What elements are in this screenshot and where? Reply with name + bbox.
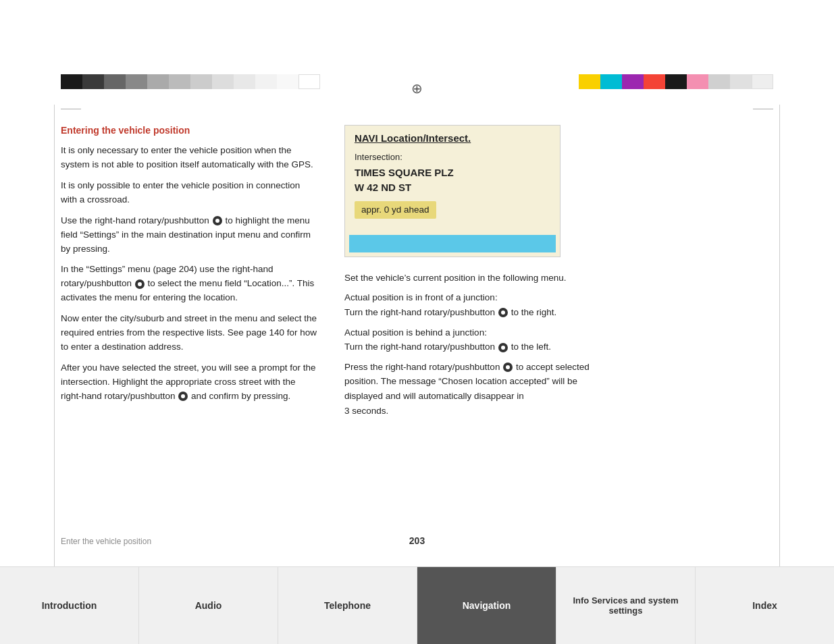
left-column: Entering the vehicle position It is only… (61, 125, 317, 539)
right-para-2: Actual position is in front of a junctio… (344, 290, 601, 319)
rotary-icon-5 (498, 343, 508, 352)
paragraph-5: Now enter the city/suburb and street in … (61, 312, 317, 354)
bottom-nav: Introduction Audio Telephone Navigation … (0, 566, 834, 644)
navi-approx: appr. 0 yd ahead (355, 201, 436, 219)
navi-body: Intersection: TIMES SQUARE PLZ W 42 ND S… (345, 148, 560, 231)
right-para-1: Set the vehicle’s current position in th… (344, 271, 601, 286)
paragraph-4: In the “Settings” menu (page 204) use th… (61, 263, 317, 305)
rotary-icon-4 (498, 308, 508, 317)
tab-info-services[interactable]: Info Services and system settings (556, 567, 696, 644)
crosshair-top: ⊕ (410, 81, 425, 96)
color-bar-right (579, 74, 773, 89)
navi-street1: TIMES SQUARE PLZ (355, 165, 550, 181)
navi-title: NAVI Location/Intersect. (345, 126, 560, 148)
paragraph-2: It is only possible to enter the vehicle… (61, 179, 317, 207)
paragraph-6: After you have selected the street, you … (61, 361, 317, 404)
page-number: 203 (409, 535, 425, 546)
vline-left (54, 105, 55, 566)
right-text: Set the vehicle’s current position in th… (344, 271, 601, 418)
tab-navigation[interactable]: Navigation (417, 567, 556, 644)
tab-introduction[interactable]: Introduction (0, 567, 139, 644)
paragraph-1: It is only necessary to enter the vehicl… (61, 144, 317, 172)
vline-right (779, 105, 780, 566)
rotary-icon-3 (178, 392, 188, 401)
tab-audio[interactable]: Audio (139, 567, 278, 644)
rotary-icon-6 (503, 363, 513, 372)
section-title: Entering the vehicle position (61, 125, 317, 136)
right-para-3: Actual position is behind a junction: Tu… (344, 325, 601, 354)
hline-top-right (753, 109, 773, 109)
right-para-4: Press the right-hand rotary/pushbutton t… (344, 360, 601, 418)
bottom-label: Enter the vehicle position (61, 537, 151, 546)
tab-index[interactable]: Index (696, 567, 834, 644)
tab-telephone[interactable]: Telephone (278, 567, 417, 644)
rotary-icon-1 (213, 216, 222, 225)
navi-label: Intersection: (355, 151, 550, 164)
main-content: Entering the vehicle position It is only… (61, 125, 773, 539)
hline-top-left (61, 109, 81, 109)
paragraph-3: Use the right-hand rotary/pushbutton to … (61, 214, 317, 257)
right-column: NAVI Location/Intersect. Intersection: T… (344, 125, 773, 539)
navi-display-box: NAVI Location/Intersect. Intersection: T… (344, 125, 561, 257)
navi-street2: W 42 ND ST (355, 180, 550, 196)
color-bar-left (61, 74, 320, 89)
rotary-icon-2 (135, 279, 145, 289)
navi-blue-bar (349, 235, 556, 252)
